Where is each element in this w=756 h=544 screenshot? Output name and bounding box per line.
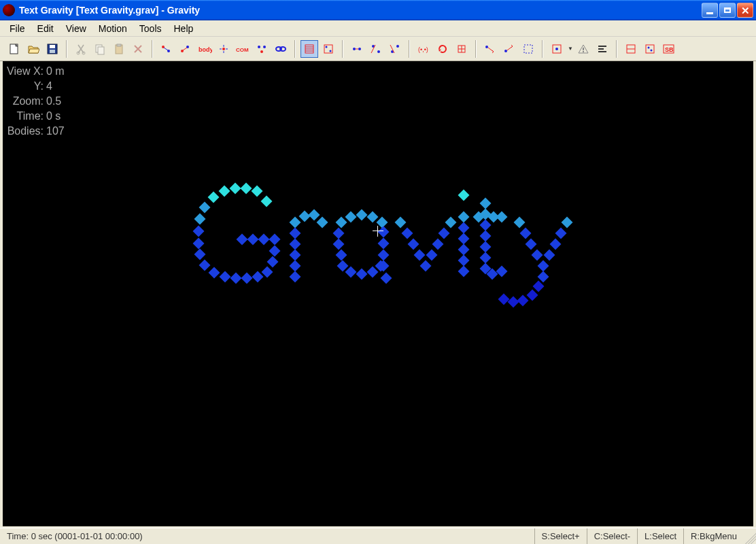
body-dot[interactable]: [290, 271, 301, 283]
body-dot[interactable]: [439, 228, 450, 239]
body-dot[interactable]: [199, 202, 211, 214]
body-dot[interactable]: [356, 209, 368, 221]
body-dot[interactable]: [247, 234, 259, 245]
tool-warning-icon[interactable]: [574, 40, 592, 58]
body-dot[interactable]: [402, 228, 413, 239]
menu-edit[interactable]: Edit: [32, 22, 59, 35]
tool-align-icon[interactable]: [594, 40, 611, 58]
tool-icon[interactable]: [215, 40, 233, 58]
body-dot[interactable]: [445, 217, 457, 228]
body-dot[interactable]: [414, 250, 426, 261]
body-dot[interactable]: [230, 273, 242, 284]
body-dot[interactable]: [199, 260, 211, 271]
tool-icon[interactable]: [253, 40, 271, 58]
tool-toggle-icon[interactable]: [300, 40, 318, 58]
tool-icon[interactable]: (•,•): [415, 40, 432, 58]
tool-icon[interactable]: [453, 40, 470, 58]
tool-icon[interactable]: [386, 40, 404, 58]
body-dot[interactable]: [458, 190, 470, 201]
body-dot[interactable]: [480, 231, 492, 242]
body-dot[interactable]: [458, 222, 470, 234]
body-dot[interactable]: [336, 250, 347, 261]
body-dot[interactable]: [194, 214, 206, 225]
body-dot[interactable]: [309, 209, 320, 221]
body-dot[interactable]: [420, 260, 432, 272]
cut-button[interactable]: [72, 40, 90, 58]
body-dot[interactable]: [290, 260, 301, 272]
body-dot[interactable]: [290, 228, 301, 239]
tool-icon[interactable]: [367, 40, 385, 58]
dropdown-arrow-icon[interactable]: ▼: [568, 46, 573, 52]
body-dot[interactable]: [290, 250, 301, 261]
body-dot[interactable]: [458, 244, 470, 256]
body-dot[interactable]: [458, 255, 470, 267]
delete-button[interactable]: [129, 40, 147, 58]
body-dot[interactable]: [208, 192, 220, 203]
menu-motion[interactable]: Motion: [93, 22, 133, 35]
tool-selection-icon[interactable]: [519, 40, 537, 58]
body-dot[interactable]: [395, 217, 407, 228]
body-dot[interactable]: [378, 250, 390, 261]
save-button[interactable]: [44, 40, 61, 58]
body-dot[interactable]: [496, 266, 508, 277]
body-dot[interactable]: [258, 234, 270, 245]
tool-icon[interactable]: [481, 40, 499, 58]
menu-help[interactable]: Help: [169, 22, 199, 35]
body-dot[interactable]: [267, 256, 279, 268]
body-dot[interactable]: [550, 239, 562, 250]
tool-sb-icon[interactable]: SB: [660, 40, 678, 58]
resize-grip-icon[interactable]: [744, 528, 756, 544]
body-dot[interactable]: [480, 241, 492, 253]
body-dot[interactable]: [532, 250, 543, 261]
menu-view[interactable]: View: [61, 22, 92, 35]
body-dot[interactable]: [458, 233, 470, 245]
body-dot[interactable]: [508, 296, 519, 308]
copy-button[interactable]: [91, 40, 109, 58]
minimize-button[interactable]: [702, 3, 718, 18]
close-button[interactable]: ✕: [737, 3, 753, 18]
body-dot[interactable]: [194, 249, 206, 260]
body-dot[interactable]: [496, 211, 508, 223]
tool-icon[interactable]: [500, 40, 518, 58]
body-dot[interactable]: [220, 271, 231, 283]
body-dot[interactable]: [261, 196, 273, 207]
tool-toggle-icon[interactable]: [320, 40, 337, 58]
tool-icon[interactable]: [348, 40, 366, 58]
body-dot[interactable]: [526, 239, 537, 250]
menu-tools[interactable]: Tools: [134, 22, 167, 35]
body-dot[interactable]: [345, 211, 357, 223]
body-dot[interactable]: [219, 186, 230, 197]
menu-file[interactable]: File: [4, 22, 31, 35]
body-dot[interactable]: [269, 234, 281, 245]
body-dot[interactable]: [538, 260, 549, 272]
body-dot[interactable]: [544, 250, 555, 261]
body-dot[interactable]: [209, 267, 220, 279]
body-dot[interactable]: [269, 245, 281, 257]
body-dot[interactable]: [290, 239, 301, 250]
body-dot[interactable]: [527, 290, 538, 301]
tool-icon[interactable]: [641, 40, 659, 58]
body-dot[interactable]: [458, 266, 470, 277]
body-dot[interactable]: [520, 228, 532, 239]
tool-icon[interactable]: [177, 40, 194, 58]
body-dot[interactable]: [408, 239, 419, 250]
body-dot[interactable]: [317, 217, 328, 228]
body-dot[interactable]: [345, 267, 357, 278]
body-dot[interactable]: [241, 273, 253, 284]
body-dot[interactable]: [517, 295, 529, 307]
body-dot[interactable]: [562, 217, 573, 228]
body-dot[interactable]: [336, 217, 347, 228]
body-dot[interactable]: [480, 220, 492, 231]
body-dot[interactable]: [252, 186, 263, 197]
body-dot[interactable]: [241, 183, 252, 194]
body-dot[interactable]: [514, 217, 526, 228]
body-dot[interactable]: [555, 228, 567, 239]
body-dot[interactable]: [333, 228, 345, 239]
maximize-button[interactable]: [719, 3, 736, 18]
tool-icon[interactable]: [158, 40, 175, 58]
body-dot[interactable]: [230, 183, 241, 194]
open-button[interactable]: [24, 40, 42, 58]
body-dot[interactable]: [237, 234, 248, 245]
body-dot[interactable]: [458, 211, 470, 223]
body-dot[interactable]: [356, 269, 368, 280]
